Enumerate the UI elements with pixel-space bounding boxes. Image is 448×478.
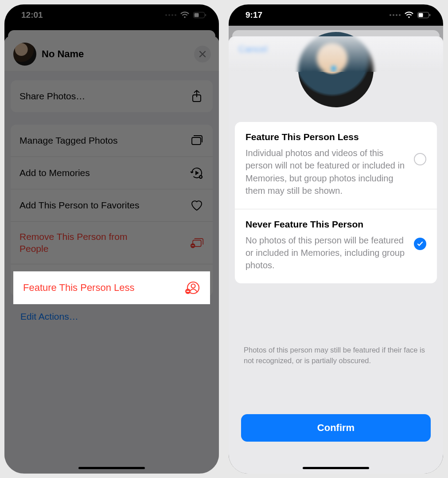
checkmark-icon: [417, 240, 424, 247]
svg-point-12: [191, 284, 195, 288]
recording-indicator-icon: [165, 14, 176, 16]
menu-group-share: Share Photos…: [11, 80, 213, 112]
status-bar: 12:01: [4, 4, 219, 26]
memories-icon: [190, 166, 204, 180]
option-title: Never Feature This Person: [245, 219, 406, 230]
menu-item-add-memories[interactable]: Add to Memories: [11, 157, 213, 189]
menu-item-add-favorites[interactable]: Add This Person to Favorites: [11, 189, 213, 221]
close-button[interactable]: [194, 46, 211, 63]
heart-icon: [190, 198, 204, 212]
menu-label: Share Photos…: [19, 90, 85, 102]
edit-actions-label: Edit Actions…: [20, 311, 78, 321]
home-indicator[interactable]: [303, 467, 369, 469]
confirm-button[interactable]: Confirm: [241, 414, 431, 442]
radio-selected[interactable]: [414, 238, 426, 250]
action-sheet: No Name Share Photos…: [4, 36, 219, 474]
menu-group-main: Manage Tagged Photos Add to Memories Add…: [11, 125, 213, 296]
option-title: Feature This Person Less: [245, 132, 406, 142]
close-icon: [199, 50, 206, 58]
phone-left: 12:01 No Name Share: [4, 4, 219, 474]
person-less-icon: [184, 281, 200, 295]
radio-unselected[interactable]: [414, 153, 426, 165]
menu-item-manage-tagged[interactable]: Manage Tagged Photos: [11, 125, 213, 157]
person-avatar: [13, 43, 36, 66]
options-card: Feature This Person Less Individual phot…: [235, 122, 437, 283]
edit-actions-link[interactable]: Edit Actions…: [11, 309, 213, 322]
option-description: Individual photos and videos of this per…: [245, 147, 406, 197]
battery-icon: [193, 12, 206, 18]
menu-item-share-photos[interactable]: Share Photos…: [11, 80, 213, 112]
svg-rect-4: [192, 137, 201, 145]
menu-item-remove-person[interactable]: Remove This Person from People: [11, 221, 213, 264]
remove-stack-icon: [190, 235, 204, 250]
option-never-feature[interactable]: Never Feature This Person No photos of t…: [235, 209, 437, 283]
menu-label: Remove This Person from People: [19, 231, 152, 255]
status-icons: [165, 12, 206, 19]
svg-rect-1: [195, 13, 199, 17]
highlighted-feature-less[interactable]: Feature This Person Less: [13, 271, 210, 304]
stack-icon: [190, 133, 204, 148]
highlight-label: Feature This Person Less: [23, 282, 135, 294]
home-indicator[interactable]: [78, 467, 145, 469]
share-icon: [190, 89, 204, 103]
confirm-label: Confirm: [317, 422, 355, 434]
battery-icon: [417, 12, 431, 18]
menu-label: Add This Person to Favorites: [19, 199, 139, 211]
status-icons: [390, 12, 431, 19]
menu-label: Manage Tagged Photos: [19, 134, 117, 146]
svg-rect-15: [419, 13, 423, 17]
svg-rect-2: [205, 14, 206, 16]
wifi-icon: [180, 12, 190, 19]
wifi-icon: [404, 12, 414, 19]
phone-right: 9:17 Cancel Feature This Person Less Ind…: [229, 4, 443, 474]
sheet-header: No Name: [4, 36, 219, 71]
svg-rect-16: [429, 14, 430, 16]
option-description: No photos of this person will be feature…: [245, 234, 406, 272]
footnote-text: Photos of this person may still be featu…: [244, 345, 428, 366]
header-blur: [229, 36, 443, 72]
status-bar: 9:17: [229, 4, 443, 26]
menu-label: Add to Memories: [19, 167, 90, 179]
recording-indicator-icon: [390, 14, 401, 16]
status-time: 12:01: [21, 10, 43, 20]
person-name: No Name: [42, 48, 84, 60]
option-feature-less[interactable]: Feature This Person Less Individual phot…: [235, 122, 437, 209]
status-time: 9:17: [245, 10, 262, 20]
